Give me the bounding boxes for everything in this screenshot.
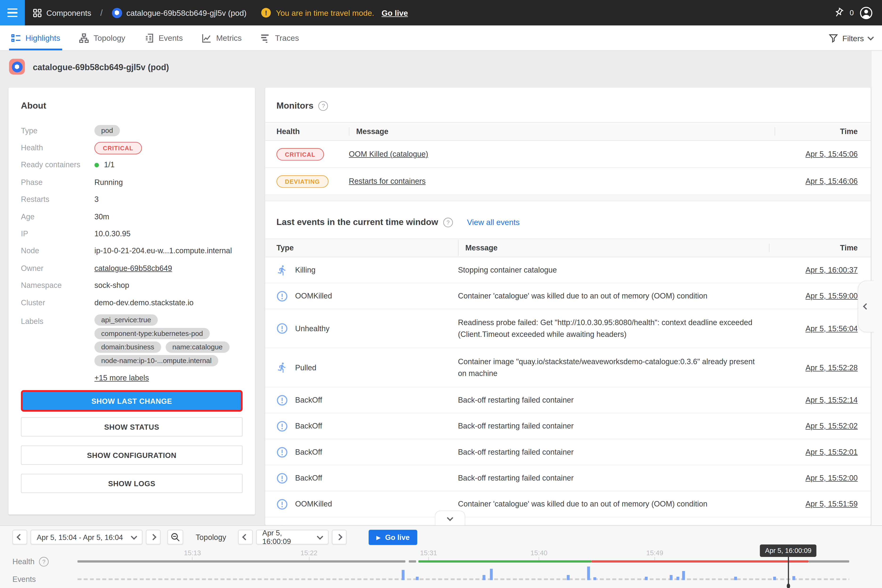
event-histogram-bar[interactable] — [490, 568, 493, 580]
time-range-select[interactable]: Apr 5, 15:04 - Apr 5, 16:04 — [31, 530, 142, 544]
event-histogram-bar[interactable] — [773, 577, 776, 580]
event-time-link[interactable]: Apr 5, 15:52:14 — [806, 396, 858, 404]
timeline-tick-label: 15:31 — [420, 549, 437, 557]
monitors-table-header: Health Message Time — [265, 122, 871, 141]
breadcrumb-entity[interactable]: catalogue-69b58cb649-gjl5v (pod) — [126, 8, 247, 17]
help-icon[interactable]: ? — [443, 218, 453, 227]
timeline-tick-mark — [539, 557, 539, 560]
monitor-link[interactable]: OOM Killed (catalogue) — [349, 150, 428, 158]
show-last-change-button[interactable]: SHOW LAST CHANGE — [22, 392, 241, 410]
topology-time-prev-button[interactable] — [238, 530, 252, 544]
event-time-link[interactable]: Apr 5, 15:52:28 — [806, 363, 858, 372]
range-next-button[interactable] — [146, 530, 160, 544]
traces-icon — [261, 33, 271, 43]
health-timeline-track[interactable]: 15:1315:2215:3115:4015:49Apr 5, 16:00:09 — [78, 560, 849, 562]
tab-topology[interactable]: Topology — [77, 26, 128, 50]
section-divider — [265, 195, 871, 201]
event-histogram-bar[interactable] — [645, 577, 648, 580]
event-histogram-bar[interactable] — [483, 575, 486, 580]
event-histogram-bar[interactable] — [587, 567, 590, 580]
monitor-time-link[interactable]: Apr 5, 15:45:06 — [806, 150, 858, 158]
event-time-link[interactable]: Apr 5, 15:56:04 — [806, 324, 858, 333]
timeline-tick-mark — [192, 557, 193, 560]
events-heading: Last events in the current time window ?… — [277, 217, 860, 227]
event-histogram-bar[interactable] — [402, 570, 405, 580]
topology-time-select[interactable]: Apr 5, 16:00:09 — [256, 530, 328, 544]
event-histogram-bar[interactable] — [416, 577, 418, 580]
time-marker-line[interactable] — [788, 557, 789, 584]
status-badge: DEVIATING — [277, 175, 328, 188]
label-pill: domain:business — [94, 342, 161, 353]
view-all-events-link[interactable]: View all events — [467, 218, 520, 226]
about-row-cluster: Cluster demo-dev.demo.stackstate.io — [9, 294, 255, 311]
event-time-link[interactable]: Apr 5, 15:52:01 — [806, 448, 858, 456]
event-histogram-bar[interactable] — [593, 577, 596, 580]
entity-pod-icon — [9, 59, 25, 75]
alert-icon — [277, 323, 288, 334]
go-live-button[interactable]: ▶ Go live — [369, 530, 417, 545]
event-time-link[interactable]: Apr 5, 15:52:02 — [806, 422, 858, 430]
event-time-link[interactable]: Apr 5, 15:51:59 — [806, 500, 858, 508]
events-icon — [144, 33, 154, 43]
event-histogram-bar[interactable] — [682, 571, 685, 580]
range-prev-button[interactable] — [12, 530, 27, 544]
collapse-panel-handle[interactable] — [858, 280, 874, 332]
monitor-time-link[interactable]: Apr 5, 15:46:06 — [806, 177, 858, 185]
help-icon[interactable]: ? — [39, 557, 49, 567]
about-row-phase: Phase Running — [9, 174, 255, 191]
owner-link[interactable]: catalogue-69b58cb649 — [94, 264, 172, 272]
help-icon[interactable]: ? — [318, 101, 328, 111]
tab-highlights[interactable]: Highlights — [9, 26, 62, 50]
event-histogram-bar[interactable] — [669, 575, 672, 580]
tab-metrics[interactable]: Metrics — [200, 26, 244, 50]
health-segment — [418, 560, 591, 562]
events-table-header: Type Message Time — [265, 238, 871, 257]
tab-events[interactable]: Events — [142, 26, 185, 50]
time-travel-text: You are in time travel mode. — [276, 8, 374, 17]
event-histogram-bar[interactable] — [792, 576, 795, 580]
health-critical-badge: CRITICAL — [94, 142, 142, 154]
about-row-restarts: Restarts 3 — [9, 191, 255, 208]
show-status-button[interactable]: SHOW STATUS — [21, 417, 243, 437]
user-avatar[interactable] — [860, 6, 873, 20]
event-message: Container 'catalogue' was killed due to … — [458, 496, 769, 512]
entity-header: catalogue-69b58cb649-gjl5v (pod) — [9, 59, 169, 75]
tab-traces[interactable]: Traces — [259, 26, 301, 50]
hamburger-menu-icon[interactable] — [0, 0, 25, 26]
monitor-row: DEVIATING Restarts for containers Apr 5,… — [265, 168, 871, 195]
about-panel: About Type pod Health CRITICAL Ready con… — [9, 88, 255, 514]
show-configuration-button[interactable]: SHOW CONFIGURATION — [21, 446, 243, 465]
app-window: Components / catalogue-69b58cb649-gjl5v … — [0, 0, 882, 588]
alert-icon — [277, 420, 288, 432]
more-labels-link[interactable]: +15 more labels — [94, 374, 149, 382]
topology-time-next-button[interactable] — [332, 530, 346, 544]
about-row-ready: Ready containers 1/1 — [9, 156, 255, 174]
health-segment — [591, 560, 808, 562]
show-logs-button[interactable]: SHOW LOGS — [21, 474, 243, 493]
event-time-link[interactable]: Apr 5, 16:00:37 — [806, 266, 858, 274]
zoom-out-button[interactable] — [167, 530, 183, 544]
event-type: BackOff — [295, 448, 322, 456]
breadcrumb-components[interactable]: Components — [46, 8, 92, 17]
time-marker-handle[interactable] — [787, 584, 790, 588]
alert-icon — [277, 394, 288, 406]
event-row: OOMKilledContainer 'catalogue' was kille… — [265, 491, 871, 518]
filters-button[interactable]: Filters — [829, 26, 873, 51]
event-time-link[interactable]: Apr 5, 15:59:00 — [806, 292, 858, 300]
about-row-ip: IP 10.0.30.95 — [9, 225, 255, 242]
expand-events-handle[interactable] — [435, 510, 465, 526]
event-histogram-bar[interactable] — [567, 575, 570, 580]
event-type: BackOff — [295, 396, 322, 404]
about-row-owner: Owner catalogue-69b58cb649 — [9, 260, 255, 277]
event-histogram-bar[interactable] — [676, 577, 680, 580]
about-row-health: Health CRITICAL — [9, 139, 255, 156]
pin-icon[interactable] — [833, 7, 844, 18]
monitor-link[interactable]: Restarts for containers — [349, 177, 426, 185]
timeline-tick-label: 15:22 — [301, 549, 318, 557]
event-time-link[interactable]: Apr 5, 15:52:00 — [806, 474, 858, 482]
go-live-link[interactable]: Go live — [382, 8, 408, 17]
alert-icon — [277, 498, 288, 510]
event-row: OOMKilledContainer 'catalogue' was kille… — [265, 283, 871, 309]
event-message: Back-off restarting failed container — [458, 392, 769, 408]
event-histogram-bar[interactable] — [734, 577, 737, 580]
